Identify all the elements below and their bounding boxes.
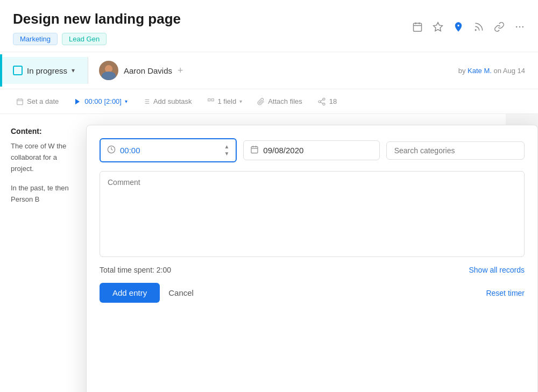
calendar-date-icon	[250, 145, 259, 155]
svg-point-7	[519, 26, 521, 27]
time-increment-button[interactable]: ▲	[224, 144, 229, 150]
tags: Marketing Lead Gen	[13, 33, 181, 45]
time-input[interactable]	[120, 146, 152, 155]
author-name: Kate M.	[468, 67, 492, 75]
link-icon[interactable]	[494, 22, 505, 35]
action-row: Add entry Cancel Reset timer	[100, 283, 525, 303]
add-subtask-label: Add subtask	[153, 97, 192, 105]
header-icons	[412, 22, 525, 35]
more-icon[interactable]	[514, 22, 525, 35]
svg-rect-20	[208, 98, 210, 101]
svg-rect-0	[414, 23, 422, 31]
svg-line-26	[321, 99, 323, 101]
rss-icon[interactable]	[473, 22, 484, 35]
content-paragraph1: The core of W the collaborat for a proje…	[11, 141, 81, 174]
date-input-wrapper[interactable]: 09/08/2020	[243, 140, 379, 160]
search-categories-input[interactable]	[386, 141, 525, 160]
timer-label: 00:00 [2:00]	[84, 97, 122, 105]
svg-point-5	[475, 30, 476, 31]
time-input-wrapper[interactable]: ▲ ▼	[100, 138, 237, 162]
play-icon	[74, 98, 81, 105]
calendar-icon[interactable]	[412, 22, 423, 35]
total-time-label: Total time spent: 2:00	[100, 266, 171, 274]
svg-point-6	[516, 26, 518, 27]
status-button[interactable]: In progress ▾	[2, 57, 88, 84]
chevron-down-icon: ▾	[72, 67, 75, 74]
share-icon	[317, 97, 326, 106]
svg-rect-21	[211, 98, 214, 101]
meta-info: by Kate M. on Aug 14	[445, 58, 538, 83]
svg-point-8	[522, 26, 524, 27]
attach-files-label: Attach files	[268, 97, 302, 105]
avatar	[99, 61, 118, 80]
calendar-small-icon	[16, 98, 24, 105]
status-checkbox	[13, 66, 23, 75]
add-assignee-button[interactable]: +	[178, 65, 183, 76]
pin-icon[interactable]	[453, 22, 464, 35]
content-text: Content: The core of W the collaborat fo…	[0, 114, 91, 392]
paperclip-icon	[257, 98, 265, 105]
svg-marker-13	[75, 98, 80, 104]
timer-chevron-icon: ▾	[125, 98, 128, 104]
svg-line-25	[321, 102, 323, 104]
comment-textarea[interactable]	[100, 171, 525, 257]
assignee-area: Aaron Davids +	[88, 52, 194, 89]
tag-leadgen[interactable]: Lead Gen	[62, 33, 107, 45]
add-subtask-button[interactable]: Add subtask	[135, 89, 200, 113]
svg-marker-4	[434, 22, 443, 31]
field-icon	[207, 98, 215, 105]
content-paragraph2: In the past, te then Person B	[11, 183, 81, 205]
svg-point-24	[323, 103, 325, 105]
timer-button[interactable]: 00:00 [2:00] ▾	[66, 89, 135, 113]
share-count: 18	[329, 97, 337, 105]
subtask-icon	[143, 98, 150, 105]
field-button[interactable]: 1 field ▾	[200, 89, 250, 113]
toolbar: Set a date 00:00 [2:00] ▾ Add subtask 1 …	[0, 89, 538, 114]
clock-icon	[107, 145, 116, 156]
svg-rect-28	[251, 147, 258, 153]
time-entry-modal: ▲ ▼ 09/08/2020 Total	[86, 125, 538, 392]
share-button[interactable]: 18	[310, 89, 344, 113]
total-row: Total time spent: 2:00 Show all records	[100, 266, 525, 274]
set-date-label: Set a date	[27, 97, 59, 105]
add-entry-button[interactable]: Add entry	[100, 283, 160, 303]
page-title: Design new landing page	[13, 11, 181, 27]
content-area: Content: The core of W the collaborat fo…	[0, 114, 538, 392]
header-left: Design new landing page Marketing Lead G…	[13, 11, 181, 45]
set-date-button[interactable]: Set a date	[9, 89, 66, 113]
attach-files-button[interactable]: Attach files	[250, 89, 310, 113]
date-value: 09/08/2020	[263, 146, 303, 155]
reset-timer-button[interactable]: Reset timer	[486, 289, 525, 297]
action-left: Add entry Cancel	[100, 283, 194, 303]
tag-marketing[interactable]: Marketing	[13, 33, 58, 45]
show-all-records-link[interactable]: Show all records	[469, 266, 525, 274]
assignee-name: Aaron Davids	[124, 66, 172, 75]
modal-inputs-row: ▲ ▼ 09/08/2020	[100, 138, 525, 162]
status-label: In progress	[27, 66, 67, 75]
field-chevron-icon: ▾	[239, 98, 242, 104]
cancel-button[interactable]: Cancel	[168, 288, 194, 297]
time-decrement-button[interactable]: ▼	[224, 151, 229, 157]
svg-rect-9	[17, 99, 23, 105]
star-icon[interactable]	[433, 22, 443, 35]
status-bar: In progress ▾ Aaron Davids + by Kate M. …	[0, 52, 538, 89]
svg-point-22	[323, 98, 325, 100]
field-label: 1 field	[218, 97, 237, 105]
content-heading: Content:	[11, 127, 81, 136]
svg-point-23	[318, 101, 321, 103]
time-stepper: ▲ ▼	[224, 144, 229, 157]
status-left: In progress ▾ Aaron Davids +	[0, 52, 194, 89]
page-wrapper: Design new landing page Marketing Lead G…	[0, 0, 538, 392]
header: Design new landing page Marketing Lead G…	[0, 0, 538, 52]
